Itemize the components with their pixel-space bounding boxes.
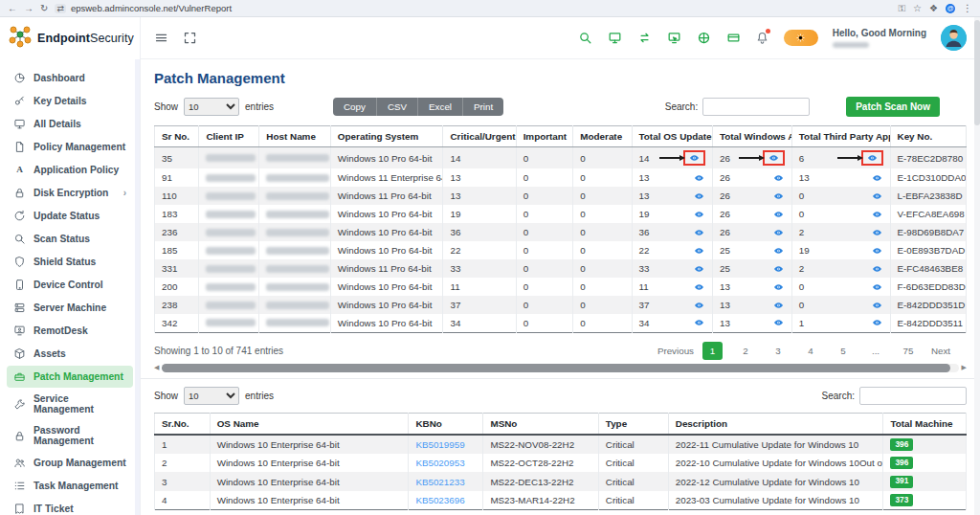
kb-link[interactable]: KB5020953 [415,458,464,468]
page-scrollbar-thumb[interactable] [974,20,980,125]
column-header-critical-urgent[interactable]: Critical/Urgent [443,126,516,147]
column-header-important[interactable]: Important [516,126,573,147]
scroll-right-icon[interactable]: ▶ [962,364,967,371]
extensions-icon[interactable]: ❖ [929,4,938,13]
excel-button[interactable]: Excel [418,98,463,116]
page-5[interactable]: 5 [827,342,859,360]
view-details-eye-icon[interactable] [772,228,785,237]
view-details-eye-icon[interactable] [772,282,785,292]
view-details-eye-icon[interactable] [871,228,883,237]
search-icon[interactable] [578,31,592,45]
address-bar[interactable]: ⇄ epsweb.adminconsole.net/VulnerReport [55,3,232,13]
fullscreen-icon[interactable] [183,31,197,45]
column-header-total-windows-apps[interactable]: Total Windows Apps [713,126,792,147]
view-details-eye-icon[interactable] [871,301,883,310]
page-2[interactable]: 2 [729,342,762,360]
column-header-moderate[interactable]: Moderate [573,126,632,147]
view-details-eye-icon[interactable] [871,264,883,274]
view-details-eye-icon[interactable] [871,210,883,219]
page-previous[interactable]: Previous [656,342,696,360]
sidebar-item-application-policy[interactable]: Application Policy [7,159,133,181]
sidebar-item-group-management[interactable]: Group Management [7,452,133,474]
view-details-eye-icon[interactable] [772,210,785,219]
view-details-eye-icon[interactable] [693,264,705,274]
globe-target-icon[interactable] [697,31,711,45]
brand-logo[interactable]: EndpointSecurity [0,17,140,59]
page-next[interactable]: Next [924,342,957,360]
hamburger-menu-icon[interactable] [154,31,168,45]
sidebar-item-all-details[interactable]: All Details [7,113,133,135]
column-header-description[interactable]: Description [668,413,883,435]
view-details-eye-icon[interactable] [693,191,705,201]
notifications-bell-icon[interactable] [755,31,769,45]
view-details-eye-icon[interactable] [683,150,705,166]
sidebar-item-patch-management[interactable]: Patch Management [7,366,133,388]
view-details-eye-icon[interactable] [772,318,785,327]
sidebar-item-remotdesk[interactable]: RemotDesk [7,320,133,342]
browser-menu-icon[interactable]: ⋮ [963,4,972,13]
table2-search-input[interactable] [859,387,967,405]
sidebar-item-shield-status[interactable]: Shield Status [7,251,133,273]
page-[interactable]: ... [859,342,892,360]
view-details-eye-icon[interactable] [772,264,785,274]
view-details-eye-icon[interactable] [772,246,785,256]
browser-forward-icon[interactable]: → [24,4,33,13]
horizontal-scrollbar[interactable]: ◀ ▶ [154,364,967,372]
sidebar-item-device-control[interactable]: Device Control [7,274,133,296]
sidebar-item-password-management[interactable]: Password Management [7,420,133,451]
page-scrollbar[interactable] [974,17,980,515]
scrollbar-thumb[interactable] [162,364,950,372]
sidebar-item-update-status[interactable]: Update Status [7,205,133,227]
kb-link[interactable]: KB5019959 [415,439,464,450]
column-header-total-os-updates[interactable]: Total OS Updates [632,126,712,147]
kb-link[interactable]: KB5021233 [415,477,464,487]
view-details-eye-icon[interactable] [693,228,705,237]
view-details-eye-icon[interactable] [693,246,705,256]
view-details-eye-icon[interactable] [772,301,785,310]
bookmark-star-icon[interactable]: ☆ [913,4,922,13]
view-details-eye-icon[interactable] [861,150,883,166]
view-details-eye-icon[interactable] [871,282,883,292]
browser-profile-icon[interactable]: @ [946,4,955,13]
column-header-total-third-party-apps[interactable]: Total Third Party Apps [791,126,890,147]
sidebar-item-dashboard[interactable]: Dashboard [7,67,133,89]
csv-button[interactable]: CSV [377,98,418,116]
card-panel-icon[interactable] [726,31,741,45]
view-details-eye-icon[interactable] [693,301,705,310]
column-header-os-name[interactable]: OS Name [210,413,409,435]
column-header-client-ip[interactable]: Client IP [199,126,259,147]
sync-arrows-icon[interactable] [637,31,652,45]
column-header-key-no[interactable]: Key No. [890,126,967,147]
view-details-eye-icon[interactable] [871,246,883,256]
page-1[interactable]: 1 [702,342,723,360]
view-details-eye-icon[interactable] [871,318,883,327]
sidebar-item-key-details[interactable]: Key Details [7,90,133,112]
view-details-eye-icon[interactable] [772,173,785,183]
browser-back-icon[interactable]: ← [8,4,17,13]
column-header-msno[interactable]: MSNo [483,413,598,435]
screen-share-icon[interactable] [667,31,681,45]
sidebar-item-disk-encryption[interactable]: Disk Encryption› [7,182,133,204]
browser-reload-icon[interactable]: ↻ [40,4,48,13]
sidebar-item-policy-management[interactable]: Policy Management [7,136,133,158]
sidebar-item-it-ticket[interactable]: IT Ticket [7,498,133,515]
sidebar-item-server-machine[interactable]: Server Machine [7,297,133,319]
table1-search-input[interactable] [702,98,810,116]
view-details-eye-icon[interactable] [772,191,785,201]
copy-button[interactable]: Copy [333,98,377,116]
print-button[interactable]: Print [463,98,503,116]
view-details-eye-icon[interactable] [763,150,785,166]
monitor-icon[interactable] [608,31,622,45]
column-header-operating-system[interactable]: Operating System [330,126,443,147]
sidebar-item-scan-status[interactable]: Scan Status [7,228,133,250]
column-header-kbno[interactable]: KBNo [409,413,483,435]
column-header-type[interactable]: Type [598,413,668,435]
column-header-total-machine[interactable]: Total Machine [883,413,967,435]
page-75[interactable]: 75 [892,342,924,360]
view-details-eye-icon[interactable] [693,210,705,219]
patch-scan-now-button[interactable]: Patch Scan Now [846,97,940,117]
column-header-sr-no[interactable]: Sr.No. [155,413,211,435]
view-details-eye-icon[interactable] [871,173,883,183]
site-info-icon[interactable]: ⇄ [55,4,66,13]
user-avatar[interactable] [941,25,967,51]
